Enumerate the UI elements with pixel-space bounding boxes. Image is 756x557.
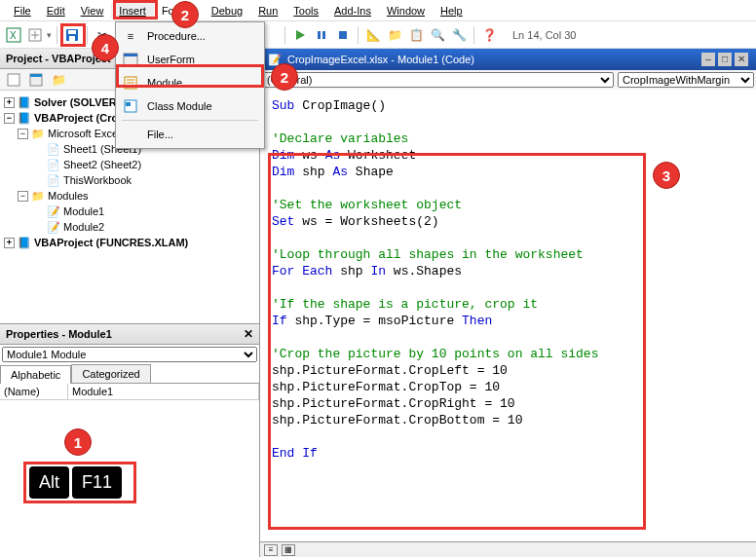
code-min-icon[interactable]: –	[701, 53, 715, 66]
svg-rect-11	[339, 31, 347, 39]
procedure-view-icon[interactable]: ≡	[264, 544, 278, 556]
procedure-icon: ≡	[122, 28, 139, 44]
dd-file[interactable]: File...	[118, 123, 262, 146]
properties-panel: Properties - Module1 ✕ Module1 Module Al…	[0, 323, 259, 557]
menu-insert[interactable]: Insert	[111, 3, 154, 19]
ann-num-2b: 2	[271, 63, 298, 91]
ann-num-4: 4	[92, 34, 119, 61]
svg-rect-13	[124, 54, 137, 56]
dd-module[interactable]: Module	[118, 71, 262, 94]
tree-funcres[interactable]: +📘VBAProject (FUNCRES.XLAM)	[4, 235, 255, 250]
svg-text:X: X	[10, 30, 17, 41]
prop-name-label: (Name)	[0, 384, 68, 399]
dd-procedure[interactable]: ≡Procedure...	[118, 24, 262, 48]
object-dropdown[interactable]: (General)	[262, 72, 614, 88]
tb-save-icon[interactable]	[62, 25, 82, 45]
tb-properties-icon[interactable]: 📋	[406, 25, 426, 45]
code-max-icon[interactable]: □	[718, 53, 732, 66]
tb-reset-icon[interactable]	[333, 25, 353, 45]
svg-marker-8	[296, 30, 305, 40]
tb-toolbox-icon[interactable]: 🔧	[449, 25, 469, 45]
code-window-title: 📝CropImageExcel.xlsx - Module1 (Code) –□…	[260, 49, 756, 70]
tree-module1[interactable]: 📝Module1	[4, 204, 255, 219]
key-f11: F11	[72, 466, 122, 499]
dd-class-module[interactable]: Class Module	[118, 94, 262, 118]
tree-module2[interactable]: 📝Module2	[4, 219, 255, 235]
ann-num-1: 1	[64, 428, 92, 456]
properties-close-icon[interactable]: ✕	[244, 327, 253, 341]
ann-num-3: 3	[653, 162, 680, 189]
toggle-folders-icon[interactable]: 📁	[49, 70, 68, 90]
class-module-icon	[122, 98, 139, 114]
tb-excel-icon[interactable]: X	[4, 25, 23, 45]
svg-rect-6	[68, 30, 76, 34]
procedure-dropdown[interactable]: CropImageWithMargin	[618, 72, 754, 88]
menu-view[interactable]: View	[73, 3, 112, 19]
full-view-icon[interactable]: ▦	[282, 544, 295, 556]
tree-modules-folder[interactable]: −📁Modules	[4, 188, 255, 204]
dd-userform[interactable]: UserForm	[118, 48, 262, 71]
svg-rect-19	[126, 102, 131, 106]
tree-thisworkbook[interactable]: 📄ThisWorkbook	[4, 172, 255, 188]
menu-debug[interactable]: Debug	[204, 3, 250, 19]
code-close-icon[interactable]: ✕	[735, 53, 748, 66]
insert-dropdown: ≡Procedure... UserForm Module Class Modu…	[115, 21, 265, 149]
svg-rect-9	[318, 31, 321, 39]
menu-bar: File Edit View Insert Format Debug Run T…	[0, 0, 756, 21]
tb-help-icon[interactable]: ❓	[479, 25, 499, 45]
code-editor[interactable]: Sub CropImage() 'Declare variables Dim w…	[260, 90, 756, 541]
tree-sheet2[interactable]: 📄Sheet2 (Sheet2)	[4, 157, 255, 172]
properties-title: Properties - Module1 ✕	[0, 324, 259, 345]
tab-categorized[interactable]: Categorized	[71, 364, 150, 383]
properties-selector[interactable]: Module1 Module	[2, 347, 257, 362]
code-view-buttons: ≡ ▦	[260, 541, 756, 557]
ann-num-2a: 2	[171, 1, 199, 28]
tb-project-icon[interactable]: 📁	[385, 25, 404, 45]
svg-rect-10	[322, 31, 325, 39]
module-icon	[122, 75, 139, 91]
tb-break-icon[interactable]	[312, 25, 331, 45]
svg-rect-20	[8, 74, 19, 86]
menu-help[interactable]: Help	[433, 3, 471, 19]
tb-insert-icon[interactable]	[25, 25, 45, 45]
menu-file[interactable]: File	[6, 3, 39, 19]
menu-addins[interactable]: Add-Ins	[326, 3, 379, 19]
userform-icon	[122, 52, 139, 67]
view-code-icon[interactable]	[4, 70, 23, 90]
view-object-icon[interactable]	[26, 70, 46, 90]
tb-run-icon[interactable]	[290, 25, 310, 45]
menu-run[interactable]: Run	[250, 3, 285, 19]
menu-tools[interactable]: Tools	[285, 3, 326, 19]
menu-edit[interactable]: Edit	[39, 3, 73, 19]
svg-rect-22	[30, 74, 42, 77]
tab-alphabetic[interactable]: Alphabetic	[0, 365, 71, 384]
ann-shortcut-keys: Alt F11	[29, 466, 122, 499]
menu-window[interactable]: Window	[379, 3, 433, 19]
prop-name-value[interactable]: Module1	[68, 384, 259, 399]
tb-browser-icon[interactable]: 🔍	[428, 25, 447, 45]
key-alt: Alt	[29, 466, 69, 499]
svg-rect-7	[69, 36, 75, 41]
cursor-position: Ln 14, Col 30	[512, 29, 576, 41]
tb-design-icon[interactable]: 📐	[363, 25, 383, 45]
